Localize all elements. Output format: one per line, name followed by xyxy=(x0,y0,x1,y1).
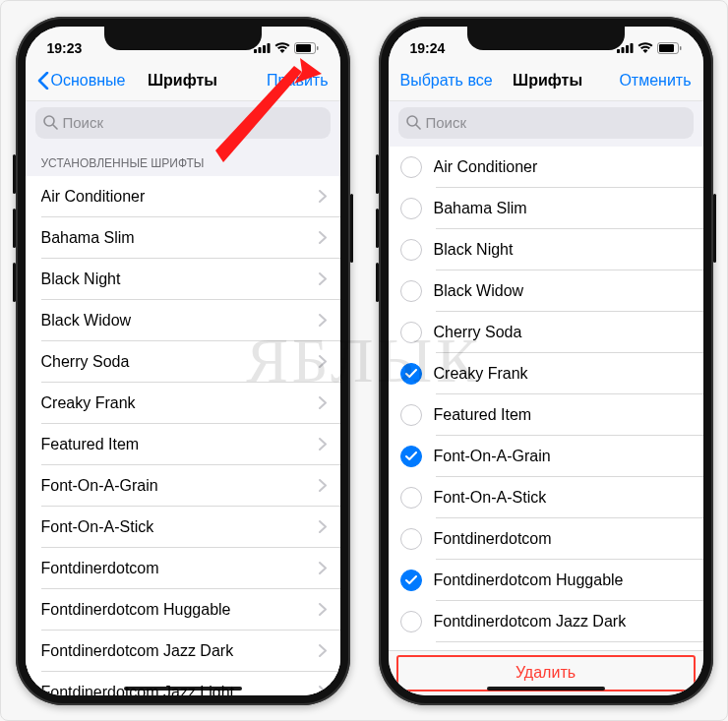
font-row-edit[interactable]: Bahama Slim xyxy=(389,188,703,229)
chevron-right-icon xyxy=(319,479,327,492)
svg-rect-2 xyxy=(263,45,266,53)
svg-rect-9 xyxy=(617,49,620,53)
wifi-icon xyxy=(637,42,653,53)
notch xyxy=(467,27,625,50)
nav-bar: Выбрать все Шрифты Отменить xyxy=(389,62,703,101)
selection-circle[interactable] xyxy=(400,322,422,343)
font-row[interactable]: Font-On-A-Grain xyxy=(26,465,340,507)
font-name-label: Fontdinerdotcom xyxy=(41,560,319,577)
screen-right: 19:24 Выбрать все Шрифты Отменить Поиск … xyxy=(389,27,703,695)
chevron-right-icon xyxy=(319,520,327,533)
font-row-edit[interactable]: Cherry Soda xyxy=(389,312,703,353)
font-name-label: Creaky Frank xyxy=(434,365,690,383)
font-row-edit[interactable]: Fontdinerdotcom xyxy=(389,518,703,560)
back-button[interactable]: Основные xyxy=(37,72,126,90)
selection-circle[interactable] xyxy=(400,156,422,178)
font-row-edit[interactable]: Featured Item xyxy=(389,394,703,436)
section-header: УСТАНОВЛЕННЫЕ ШРИФТЫ xyxy=(26,147,340,176)
font-list[interactable]: Air ConditionerBahama SlimBlack NightBla… xyxy=(26,176,340,695)
screen-left: 19:23 Основные Шрифты Править Поиск УСТА… xyxy=(26,27,340,695)
font-row[interactable]: Black Widow xyxy=(26,300,340,341)
svg-rect-10 xyxy=(621,47,624,53)
cancel-label: Отменить xyxy=(619,72,691,90)
font-name-label: Featured Item xyxy=(41,436,319,453)
font-name-label: Font-On-A-Grain xyxy=(434,448,690,465)
font-name-label: Font-On-A-Stick xyxy=(434,489,690,507)
phone-frame-right: 19:24 Выбрать все Шрифты Отменить Поиск … xyxy=(379,17,713,705)
selection-circle[interactable] xyxy=(400,446,422,467)
select-all-label: Выбрать все xyxy=(400,72,493,90)
nav-bar: Основные Шрифты Править xyxy=(26,62,340,101)
chevron-right-icon xyxy=(319,355,327,368)
chevron-left-icon xyxy=(37,72,49,90)
font-row[interactable]: Fontdinerdotcom Jazz Light xyxy=(26,672,340,695)
font-row[interactable]: Air Conditioner xyxy=(26,176,340,217)
font-name-label: Bahama Slim xyxy=(434,200,690,217)
select-all-button[interactable]: Выбрать все xyxy=(400,72,493,90)
notch xyxy=(104,27,262,50)
font-list-edit[interactable]: Air ConditionerBahama SlimBlack NightBla… xyxy=(389,147,703,650)
selection-circle[interactable] xyxy=(400,528,422,550)
search-icon xyxy=(43,115,58,130)
search-icon xyxy=(406,115,421,130)
font-row-edit[interactable]: Black Widow xyxy=(389,270,703,312)
font-row-edit[interactable]: Fontdinerdotcom Huggable xyxy=(389,560,703,601)
font-row-edit[interactable]: Font-On-A-Grain xyxy=(389,436,703,477)
font-name-label: Featured Item xyxy=(434,406,690,424)
svg-rect-3 xyxy=(267,43,270,53)
font-name-label: Black Widow xyxy=(41,312,319,330)
selection-circle[interactable] xyxy=(400,611,422,632)
svg-rect-6 xyxy=(317,46,319,50)
selection-circle[interactable] xyxy=(400,239,422,261)
chevron-right-icon xyxy=(319,603,327,616)
font-row[interactable]: Featured Item xyxy=(26,424,340,465)
font-row[interactable]: Creaky Frank xyxy=(26,383,340,424)
chevron-right-icon xyxy=(319,231,327,244)
selection-circle[interactable] xyxy=(400,487,422,509)
font-row-edit[interactable]: Air Conditioner xyxy=(389,147,703,188)
cancel-button[interactable]: Отменить xyxy=(603,72,692,90)
svg-rect-0 xyxy=(254,49,257,53)
font-row[interactable]: Cherry Soda xyxy=(26,341,340,383)
font-row-edit[interactable]: Font-On-A-Stick xyxy=(389,477,703,518)
svg-rect-11 xyxy=(626,45,629,53)
font-name-label: Air Conditioner xyxy=(41,188,319,206)
selection-circle[interactable] xyxy=(400,198,422,219)
chevron-right-icon xyxy=(319,438,327,451)
font-row[interactable]: Fontdinerdotcom xyxy=(26,548,340,589)
selection-circle[interactable] xyxy=(400,404,422,426)
font-row-edit[interactable]: Black Night xyxy=(389,229,703,270)
search-placeholder: Поиск xyxy=(63,114,104,131)
font-row[interactable]: Font-On-A-Stick xyxy=(26,507,340,548)
chevron-right-icon xyxy=(319,314,327,327)
font-row-edit[interactable]: Fontdinerdotcom Jazz Dark xyxy=(389,601,703,642)
home-indicator xyxy=(124,687,242,691)
svg-rect-12 xyxy=(630,43,633,53)
selection-circle[interactable] xyxy=(400,363,422,385)
status-time: 19:24 xyxy=(410,40,446,56)
font-name-label: Black Night xyxy=(41,270,319,288)
search-input[interactable]: Поиск xyxy=(35,107,331,139)
edit-label: Править xyxy=(267,72,328,90)
font-name-label: Black Night xyxy=(434,241,690,259)
chevron-right-icon xyxy=(319,272,327,285)
font-row-edit[interactable]: Creaky Frank xyxy=(389,353,703,394)
nav-title: Шрифты xyxy=(126,72,240,90)
chevron-right-icon xyxy=(319,644,327,657)
font-row[interactable]: Fontdinerdotcom Jazz Dark xyxy=(26,631,340,672)
svg-rect-5 xyxy=(296,44,311,52)
font-name-label: Bahama Slim xyxy=(41,229,319,247)
delete-button[interactable]: Удалить xyxy=(516,664,576,682)
edit-button[interactable]: Править xyxy=(240,72,329,90)
svg-line-8 xyxy=(53,125,57,129)
font-row-edit[interactable]: Fontdinerdotcom Jazz Light xyxy=(389,642,703,650)
font-row[interactable]: Bahama Slim xyxy=(26,217,340,259)
font-row[interactable]: Fontdinerdotcom Huggable xyxy=(26,589,340,631)
svg-rect-15 xyxy=(680,46,682,50)
selection-circle[interactable] xyxy=(400,280,422,302)
selection-circle[interactable] xyxy=(400,570,422,591)
font-name-label: Fontdinerdotcom Jazz Dark xyxy=(41,642,319,660)
font-row[interactable]: Black Night xyxy=(26,259,340,300)
search-input[interactable]: Поиск xyxy=(398,107,694,139)
font-name-label: Fontdinerdotcom Huggable xyxy=(41,601,319,619)
